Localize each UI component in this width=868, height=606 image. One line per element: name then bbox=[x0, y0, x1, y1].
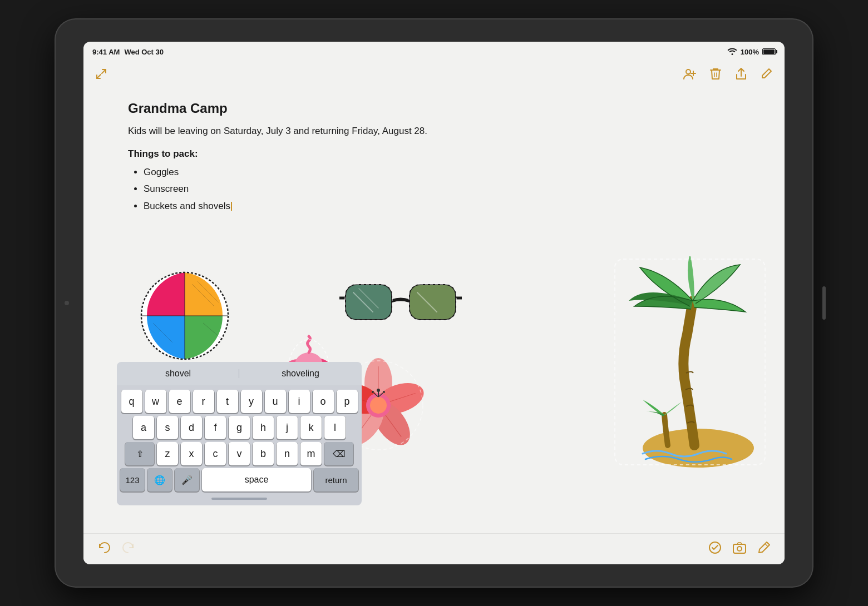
delete-button[interactable] bbox=[709, 67, 722, 85]
svg-point-56 bbox=[377, 389, 380, 392]
key-c[interactable]: c bbox=[205, 442, 226, 465]
svg-point-6 bbox=[686, 69, 691, 74]
key-x[interactable]: x bbox=[181, 442, 202, 465]
mic-key[interactable]: 🎤 bbox=[175, 468, 199, 491]
svg-point-58 bbox=[383, 391, 385, 393]
autocomplete-item-shovel[interactable]: shovel bbox=[117, 366, 239, 381]
svg-rect-25 bbox=[410, 285, 455, 319]
key-h[interactable]: h bbox=[253, 416, 274, 439]
svg-point-44 bbox=[372, 377, 428, 419]
autocomplete-item-shoveling[interactable]: shoveling bbox=[239, 366, 362, 381]
svg-line-19 bbox=[153, 323, 172, 342]
svg-point-43 bbox=[364, 358, 392, 408]
svg-line-27 bbox=[359, 289, 378, 308]
toolbar bbox=[83, 62, 785, 90]
text-cursor bbox=[231, 202, 232, 211]
svg-point-53 bbox=[366, 393, 391, 418]
bottom-left bbox=[97, 540, 136, 558]
globe-key[interactable]: 🌐 bbox=[147, 468, 172, 491]
key-a[interactable]: a bbox=[133, 416, 154, 439]
things-label: Things to pack: bbox=[128, 148, 740, 160]
key-b[interactable]: b bbox=[253, 442, 274, 465]
palm-tree-sticker[interactable] bbox=[612, 256, 768, 468]
note-body: Kids will be leaving on Saturday, July 3… bbox=[128, 124, 740, 138]
numbers-key[interactable]: 123 bbox=[120, 468, 145, 491]
svg-rect-24 bbox=[346, 285, 391, 319]
space-key[interactable]: space bbox=[202, 468, 311, 491]
redo-button[interactable] bbox=[121, 540, 136, 558]
svg-line-17 bbox=[198, 281, 219, 302]
svg-rect-30 bbox=[409, 284, 456, 320]
key-i[interactable]: i bbox=[289, 390, 310, 413]
date-display: Wed Oct 30 bbox=[124, 48, 164, 56]
svg-point-54 bbox=[370, 397, 387, 414]
svg-line-28 bbox=[417, 292, 437, 312]
battery-percent: 100% bbox=[741, 48, 759, 56]
key-r[interactable]: r bbox=[193, 390, 214, 413]
return-key[interactable]: return bbox=[314, 468, 358, 491]
svg-point-60 bbox=[372, 391, 374, 393]
key-k[interactable]: k bbox=[300, 416, 322, 439]
key-g[interactable]: g bbox=[229, 416, 250, 439]
svg-line-4 bbox=[102, 69, 106, 73]
key-o[interactable]: o bbox=[313, 390, 334, 413]
key-y[interactable]: y bbox=[241, 390, 262, 413]
bottom-right bbox=[708, 540, 771, 558]
keyboard-row-1: q w e r t y u i o p bbox=[120, 390, 358, 413]
sunglasses-sticker[interactable] bbox=[339, 273, 462, 334]
svg-rect-63 bbox=[733, 544, 746, 553]
note-content[interactable]: Grandma Camp Kids will be leaving on Sat… bbox=[83, 90, 785, 533]
key-s[interactable]: s bbox=[157, 416, 178, 439]
key-z[interactable]: z bbox=[157, 442, 178, 465]
key-v[interactable]: v bbox=[229, 442, 250, 465]
key-d[interactable]: d bbox=[181, 416, 202, 439]
svg-line-5 bbox=[97, 74, 101, 78]
undo-button[interactable] bbox=[97, 540, 111, 558]
ipad-frame: 9:41 AM Wed Oct 30 100% bbox=[56, 19, 812, 587]
pen-button[interactable] bbox=[757, 540, 771, 558]
check-button[interactable] bbox=[708, 540, 722, 558]
camera-button[interactable] bbox=[732, 540, 747, 558]
delete-key[interactable]: ⌫ bbox=[324, 442, 353, 465]
svg-line-59 bbox=[374, 393, 378, 397]
wifi-icon bbox=[727, 47, 737, 57]
edit-button[interactable] bbox=[760, 67, 773, 85]
svg-point-12 bbox=[141, 272, 228, 359]
beach-ball-sticker[interactable] bbox=[136, 267, 234, 365]
add-person-button[interactable] bbox=[682, 67, 697, 85]
collapse-icon[interactable] bbox=[95, 67, 108, 84]
key-m[interactable]: m bbox=[300, 442, 322, 465]
list-item: Goggles bbox=[144, 164, 740, 181]
key-l[interactable]: l bbox=[324, 416, 346, 439]
ipad-screen: 9:41 AM Wed Oct 30 100% bbox=[83, 42, 785, 564]
left-camera bbox=[65, 301, 69, 305]
bottom-toolbar bbox=[83, 533, 785, 564]
home-button[interactable] bbox=[822, 286, 826, 320]
share-button[interactable] bbox=[734, 67, 748, 85]
shift-key[interactable]: ⇧ bbox=[125, 442, 154, 465]
key-p[interactable]: p bbox=[337, 390, 358, 413]
svg-line-50 bbox=[378, 405, 401, 437]
key-u[interactable]: u bbox=[265, 390, 286, 413]
svg-line-26 bbox=[353, 292, 373, 312]
key-f[interactable]: f bbox=[205, 416, 226, 439]
key-q[interactable]: q bbox=[121, 390, 142, 413]
key-n[interactable]: n bbox=[277, 442, 298, 465]
key-e[interactable]: e bbox=[169, 390, 190, 413]
list-item: Buckets and shovels bbox=[144, 198, 740, 215]
keyboard-row-3: ⇧ z x c v b n m ⌫ bbox=[120, 442, 358, 465]
toolbar-right bbox=[682, 67, 773, 85]
svg-line-65 bbox=[765, 544, 768, 547]
svg-rect-32 bbox=[615, 259, 765, 465]
svg-line-18 bbox=[203, 323, 223, 340]
list-item: Sunscreen bbox=[144, 181, 740, 198]
keyboard-row-2: a s d f g h j k l bbox=[120, 416, 358, 439]
time-display: 9:41 AM bbox=[92, 48, 120, 56]
key-j[interactable]: j bbox=[277, 416, 298, 439]
svg-point-31 bbox=[643, 429, 754, 468]
status-right: 100% bbox=[727, 47, 776, 57]
key-w[interactable]: w bbox=[145, 390, 166, 413]
key-t[interactable]: t bbox=[217, 390, 238, 413]
autocomplete-bar: shovel shoveling bbox=[117, 362, 362, 385]
note-title: Grandma Camp bbox=[128, 101, 740, 116]
